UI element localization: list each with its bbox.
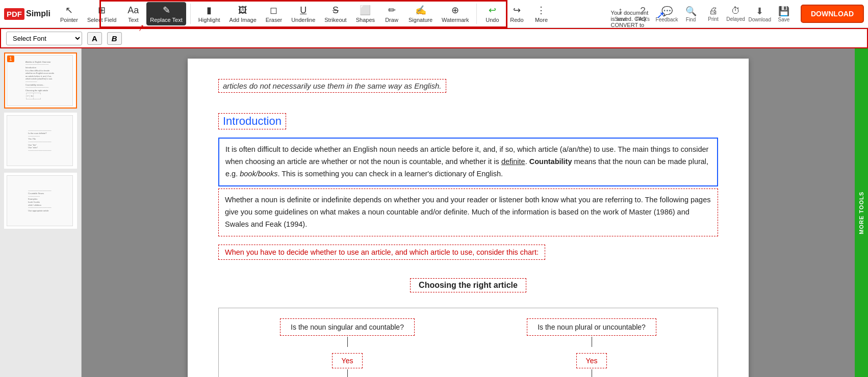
flowchart-line-1: [347, 337, 348, 347]
bold-button[interactable]: A: [87, 32, 102, 45]
dashed-text-block: Whether a noun is definite or indefinite…: [218, 188, 718, 236]
intro-heading: Introduction: [218, 113, 286, 129]
save-label: Save: [778, 17, 790, 22]
strikeout-icon: S: [333, 5, 339, 16]
thumb-content-3: ──────────────── Countable Nouns ───────…: [26, 187, 53, 214]
redo-icon: ↪: [513, 5, 521, 16]
pdf-page: articles do not necessarily use them in …: [188, 59, 749, 377]
right-toolbar: Your document is saved. Click CONVERT to…: [611, 5, 864, 23]
select-field-icon: ⊞: [98, 5, 106, 16]
download-button[interactable]: DOWNLOAD: [801, 5, 864, 23]
page-thumb-2[interactable]: ──────────────── Is the noun definite? ─…: [4, 113, 77, 169]
toolbar-underline[interactable]: U Underline: [288, 3, 319, 25]
highlight-label: Highlight: [198, 17, 220, 23]
redo-label: Redo: [510, 17, 523, 23]
logo-pdf: PDF: [4, 8, 24, 20]
flowchart-question-1: Is the noun singular and countable?: [280, 318, 415, 336]
toolbar-save[interactable]: 💾 Save: [774, 6, 794, 22]
left-panel: 1 Articles in English Grammar ──────────…: [0, 48, 82, 377]
header: PDF Simpli ↖ Pointer ⊞ Select Field Aa T…: [0, 0, 868, 28]
toolbar-download2[interactable]: ⬇ Download: [749, 6, 771, 22]
toolbar-find[interactable]: 🔍 Find: [681, 6, 701, 22]
undo-label: Undo: [486, 17, 499, 23]
delayed-label: Delayed: [726, 16, 745, 22]
page-thumb-1[interactable]: 1 Articles in English Grammar ──────────…: [4, 52, 77, 109]
toolbar-highlight[interactable]: ▮ Highlight: [195, 2, 224, 25]
toolbar-watermark[interactable]: ⊕ Watermark: [438, 2, 472, 25]
print-icon: 🖨: [709, 6, 718, 16]
italic-header-wrapper: articles do not necessarily use them in …: [218, 79, 718, 103]
italic-header: articles do not necessarily use them in …: [218, 79, 446, 93]
flowchart-line-1b: [347, 369, 348, 377]
flowchart-col-2: Is the noun plural or uncountable? Yes: [527, 318, 656, 377]
page-thumb-3[interactable]: ──────────────── Countable Nouns ───────…: [4, 173, 77, 229]
shapes-icon: ⬜: [360, 5, 371, 16]
highlight-icon: ▮: [207, 5, 212, 16]
add-image-icon: 🖼: [238, 5, 247, 16]
toolbar-delayed[interactable]: ⏱ Delayed: [726, 6, 746, 22]
flowchart-question-2: Is the noun plural or uncountable?: [527, 318, 656, 336]
content-area[interactable]: articles do not necessarily use them in …: [82, 48, 855, 377]
pointer-label: Pointer: [60, 17, 78, 23]
flowchart-col-1: Is the noun singular and countable? Yes: [280, 318, 415, 377]
download2-icon: ⬇: [756, 6, 763, 17]
toolbar-divider-1: [190, 4, 191, 24]
toolbar-undo[interactable]: ↩ Undo: [481, 2, 503, 25]
thumb-image-3: ──────────────── Countable Nouns ───────…: [7, 175, 73, 226]
flowchart-line-2b: [592, 369, 592, 377]
pointer-icon: ↖: [65, 5, 73, 16]
more-tools-panel[interactable]: MORE TOOLS: [855, 48, 868, 377]
find-icon: 🔍: [685, 6, 697, 17]
chart-title: Choosing the right article: [410, 278, 526, 292]
replace-text-label: Replace Text: [150, 17, 182, 23]
toolbar-add-image[interactable]: 🖼 Add Image: [226, 3, 260, 25]
flowchart-answer-1: Yes: [332, 353, 363, 368]
toolbar-strikeout[interactable]: S Strikeout: [321, 3, 350, 25]
more-tools-label[interactable]: MORE TOOLS: [858, 192, 864, 234]
delayed-icon: ⏱: [731, 6, 741, 16]
italic-label: B: [112, 34, 117, 43]
flowchart-questions-row: Is the noun singular and countable? Yes …: [234, 318, 702, 377]
main-text-block: It is often difficult to decide whether …: [218, 138, 718, 186]
chart-title-wrapper: Choosing the right article: [218, 278, 718, 303]
more-icon: ⋮: [537, 5, 546, 16]
flowchart: Is the noun singular and countable? Yes …: [218, 308, 718, 377]
main-text-definite: definite: [501, 157, 525, 166]
font-select[interactable]: Select Font Arial Times New Roman Courie…: [6, 32, 82, 45]
signature-icon: ✍: [415, 5, 426, 16]
toolbar-more[interactable]: ⋮ More: [530, 2, 552, 25]
eraser-icon: ◻: [270, 5, 277, 16]
toolbar-print[interactable]: 🖨 Print: [704, 6, 723, 22]
blue-arrow-icon: ➚: [656, 9, 665, 21]
text-label: Text: [128, 17, 138, 23]
strikeout-label: Strikeout: [324, 17, 346, 23]
underline-label: Underline: [291, 17, 315, 23]
draw-label: Draw: [385, 17, 398, 23]
logo: PDF Simpli: [4, 8, 50, 20]
toolbar-replace-text[interactable]: ✎ Replace Text: [146, 2, 186, 25]
thumb-image-1: Articles in English Grammar ────────────…: [7, 55, 73, 106]
main-area: 1 Articles in English Grammar ──────────…: [0, 48, 868, 377]
toolbar-select-field[interactable]: ⊞ Select Field: [84, 2, 120, 25]
flowchart-line-2: [592, 337, 592, 347]
toolbar-redo[interactable]: ↪ Redo: [505, 2, 528, 25]
text-icon: Aa: [127, 5, 139, 16]
draw-icon: ✏: [388, 5, 396, 16]
watermark-label: Watermark: [442, 17, 469, 23]
signature-label: Signature: [409, 17, 432, 23]
eraser-label: Eraser: [266, 17, 282, 23]
chart-intro-wrapper: When you have to decide whether to use a…: [218, 245, 718, 270]
add-image-label: Add Image: [229, 17, 257, 23]
toolbar-draw[interactable]: ✏ Draw: [380, 2, 403, 25]
toolbar-pointer[interactable]: ↖ Pointer: [57, 2, 82, 25]
flowchart-answer-2: Yes: [576, 353, 607, 368]
download2-label: Download: [749, 17, 771, 22]
toolbar-divider-2: [476, 4, 477, 24]
logo-simpli: Simpli: [26, 9, 50, 18]
italic-button[interactable]: B: [107, 32, 122, 45]
toolbar-shapes[interactable]: ⬜ Shapes: [352, 2, 378, 25]
toolbar-eraser[interactable]: ◻ Eraser: [262, 2, 286, 25]
thumb-content-2: ──────────────── Is the noun definite? ─…: [26, 127, 53, 154]
toolbar-signature[interactable]: ✍ Signature: [405, 2, 436, 25]
print-label: Print: [708, 16, 719, 22]
